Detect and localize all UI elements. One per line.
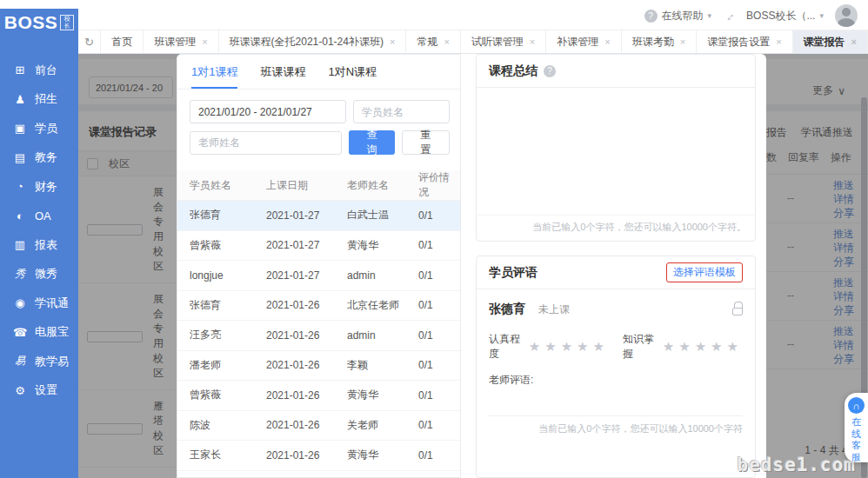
- student-name-input[interactable]: [353, 100, 450, 123]
- tab-report-settings[interactable]: 课堂报告设置×: [697, 30, 792, 53]
- tab-home[interactable]: 首页: [101, 30, 144, 53]
- help-icon: ?: [644, 10, 658, 23]
- sidebar-item-label: 学员: [35, 121, 57, 136]
- help-icon[interactable]: ?: [544, 65, 556, 77]
- star-icon[interactable]: ★: [663, 339, 678, 354]
- teacher-cell: 黄海华: [347, 238, 418, 253]
- tab-label: 首页: [111, 35, 132, 50]
- close-icon[interactable]: ×: [604, 37, 610, 47]
- star-icon[interactable]: ★: [561, 339, 577, 354]
- teacher-cell: 李颖: [347, 358, 418, 373]
- sidebar-item-xuexuntong[interactable]: ◉学讯通: [0, 289, 78, 318]
- search-button[interactable]: 查询: [349, 130, 395, 155]
- tab-class-report[interactable]: 课堂报告×: [793, 30, 868, 53]
- star-icon[interactable]: ★: [727, 339, 743, 354]
- online-support-widget[interactable]: ∩ 在线客服: [845, 393, 868, 462]
- tab-one-on-one[interactable]: 1对1课程: [191, 55, 237, 89]
- sidebar-item-label: 学讯通: [35, 295, 69, 311]
- star-icon[interactable]: ★: [529, 339, 544, 354]
- tab-trial-management[interactable]: 试听课管理×: [461, 30, 546, 53]
- close-icon[interactable]: ×: [444, 37, 449, 47]
- sidebar-item-weixiu[interactable]: 秀微秀: [0, 260, 78, 289]
- table-row[interactable]: 曾紫薇2021-01-26黄海华0/1: [177, 381, 460, 411]
- table-row[interactable]: 张德育2021-01-27白武士温0/1: [177, 201, 460, 231]
- tab-label: 课堂报告设置: [707, 35, 770, 50]
- online-help-menu[interactable]: ? 在线帮助 ▾: [644, 9, 712, 23]
- chevron-down-icon: ▾: [819, 11, 824, 20]
- tab-label: 班课课程(全托2021-01-24补课班): [230, 35, 384, 50]
- table-row[interactable]: longjue2021-01-27admin0/1: [177, 261, 460, 291]
- tab-makeup-management[interactable]: 补课管理×: [546, 30, 621, 53]
- app-window: ? 在线帮助 ▾ ↔ BOSS校长（... ▾ BOSS 校长 ⊞前台 ♟招生 …: [0, 0, 868, 478]
- avatar[interactable]: [835, 4, 858, 27]
- reset-button[interactable]: 重置: [402, 130, 450, 155]
- sidebar-item-oa[interactable]: ◐OA: [0, 202, 78, 231]
- teacher-cell: admin: [347, 269, 418, 282]
- course-type-tabs: 1对1课程 班课课程 1对N课程: [177, 55, 460, 90]
- close-icon[interactable]: ×: [680, 37, 685, 47]
- sidebar-item-jiaoxueyi[interactable]: 易教学易: [0, 347, 78, 376]
- close-icon[interactable]: ×: [202, 37, 207, 47]
- course-summary-card: 课程总结 ? 当前已输入0个字符，您还可以输入10000个字符。: [476, 54, 756, 242]
- evaluation-cell: 0/1: [418, 329, 457, 342]
- date-cell: 2021-01-27: [266, 239, 347, 251]
- evaluation-cell: 0/1: [418, 299, 457, 311]
- knowledge-star-rating[interactable]: ★★★★★: [663, 339, 743, 355]
- star-icon[interactable]: ★: [577, 339, 592, 354]
- choose-template-link[interactable]: 选择评语模板: [666, 262, 743, 282]
- sidebar-item-finance[interactable]: ◔财务: [0, 172, 78, 202]
- close-icon[interactable]: ×: [851, 37, 857, 47]
- star-icon[interactable]: ★: [593, 339, 609, 354]
- watermark: bedse1.com: [738, 455, 856, 475]
- star-icon[interactable]: ★: [711, 339, 726, 354]
- tab-class-course[interactable]: 班课课程: [260, 55, 305, 89]
- tab-regular[interactable]: 常规×: [406, 30, 460, 53]
- top-bar: ? 在线帮助 ▾ ↔ BOSS校长（... ▾: [0, 0, 868, 30]
- course-summary-textarea[interactable]: [477, 88, 755, 209]
- student-cell: 曾紫薇: [177, 388, 266, 402]
- sidebar-item-dianfubao[interactable]: ☎电服宝: [0, 318, 78, 348]
- sidebar-item-academic[interactable]: ▤教务: [0, 143, 78, 173]
- sidebar-item-frontdesk[interactable]: ⊞前台: [0, 56, 78, 85]
- table-row[interactable]: 王家长2021-01-26黄海华0/1: [177, 441, 460, 471]
- star-icon[interactable]: ★: [678, 339, 694, 354]
- attendance-status: 未上课: [538, 302, 570, 317]
- teacher-cell: admin: [347, 329, 418, 342]
- table-row[interactable]: 陈波2021-01-26关老师0/1: [177, 411, 460, 441]
- lock-icon[interactable]: [732, 308, 743, 315]
- student-name: 张德育: [489, 302, 525, 317]
- date-range-input[interactable]: [190, 100, 346, 123]
- sidebar-item-label: 教学易: [35, 354, 69, 369]
- sidebar-item-admissions[interactable]: ♟招生: [0, 85, 78, 115]
- sidebar-item-settings[interactable]: ⚙设置: [0, 376, 78, 406]
- close-icon[interactable]: ×: [530, 37, 535, 47]
- teacher-name-input[interactable]: [190, 131, 342, 155]
- sidebar-item-reports[interactable]: ▥报表: [0, 230, 78, 260]
- tab-class-attendance[interactable]: 班课考勤×: [622, 30, 697, 53]
- sidebar-item-students[interactable]: ▣学员: [0, 114, 78, 143]
- table-row[interactable]: 潘老师2021-01-26李颖0/1: [177, 351, 460, 382]
- table-row[interactable]: 张德育2021-01-26北京任老师0/1: [177, 291, 460, 322]
- tab-class-course[interactable]: 班课课程(全托2021-01-24补课班)×: [219, 30, 407, 53]
- refresh-icon[interactable]: ↻: [78, 30, 101, 53]
- evaluation-cell: 0/1: [418, 419, 457, 431]
- table-row[interactable]: 汪多亮2021-01-26admin0/1: [177, 321, 460, 351]
- tab-class-management[interactable]: 班课管理×: [144, 30, 218, 53]
- chevron-down-icon: ▾: [708, 11, 712, 20]
- tab-one-on-n[interactable]: 1对N课程: [328, 55, 377, 89]
- user-menu[interactable]: BOSS校长（... ▾: [746, 9, 824, 23]
- evaluation-cell: 0/1: [418, 389, 457, 402]
- date-cell: 2021-01-27: [266, 269, 347, 282]
- reports-icon: ▥: [13, 238, 27, 251]
- star-icon[interactable]: ★: [544, 339, 560, 354]
- close-icon[interactable]: ×: [390, 37, 395, 47]
- table-row[interactable]: 曾紫薇2021-01-27黄海华0/1: [177, 231, 460, 262]
- students-icon: ▣: [13, 122, 27, 135]
- close-icon[interactable]: ×: [776, 37, 781, 47]
- teacher-cell: 白武士温: [347, 208, 418, 222]
- seriousness-star-rating[interactable]: ★★★★★: [529, 339, 609, 355]
- sidebar-item-label: 前台: [35, 63, 57, 78]
- fullscreen-icon[interactable]: ↔: [720, 6, 738, 24]
- star-icon[interactable]: ★: [695, 339, 711, 354]
- content-area: 2021/01/24 - 20 更多 ∨ 课堂报告记录 校区 展会专用校区 展会…: [78, 54, 868, 478]
